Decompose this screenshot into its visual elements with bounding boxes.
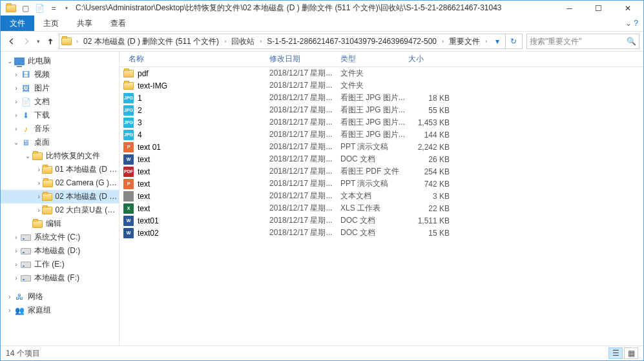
properties-icon[interactable]: ▢ bbox=[19, 2, 32, 15]
file-row[interactable]: Xtext2018/12/17 星期...XLS 工作表22 KB bbox=[119, 202, 643, 214]
tree-pictures[interactable]: ›🖼图片 bbox=[1, 81, 119, 95]
file-row[interactable]: JPG32018/12/17 星期...看图王 JPG 图片...1,453 K… bbox=[119, 116, 643, 129]
folder-icon bbox=[42, 205, 52, 216]
file-row[interactable]: JPG22018/12/17 星期...看图王 JPG 图片...55 KB bbox=[119, 104, 643, 116]
file-size: 55 KB bbox=[408, 106, 455, 115]
file-list[interactable]: pdf2018/12/17 星期...文件夹text-IMG2018/12/17… bbox=[119, 67, 643, 346]
file-name: text bbox=[138, 192, 150, 201]
tree-this-pc[interactable]: ⌄此电脑 bbox=[1, 54, 119, 68]
back-button[interactable] bbox=[5, 34, 18, 49]
breadcrumb-item[interactable]: 02 本地磁盘 (D ) 删除文件 (511 个文件) bbox=[81, 36, 222, 47]
file-type: 看图王 JPG 图片... bbox=[340, 105, 408, 116]
tree-item-selected[interactable]: ›02 本地磁盘 (D ) 删除 bbox=[1, 190, 119, 203]
file-modified: 2018/12/17 星期... bbox=[269, 105, 340, 116]
ribbon-tab-file[interactable]: 文件 bbox=[1, 15, 34, 31]
file-name: pdf bbox=[138, 69, 149, 78]
tree-drive-c[interactable]: ›系统文件 (C:) bbox=[1, 231, 119, 244]
search-icon[interactable]: 🔍 bbox=[627, 37, 636, 46]
forward-button[interactable] bbox=[19, 34, 33, 49]
titlebar: ▢ 📄 = ▾ C:\Users\Administrator\Desktop\比… bbox=[1, 1, 643, 15]
drive-icon bbox=[20, 232, 32, 243]
chevron-right-icon[interactable]: › bbox=[257, 38, 264, 45]
tree-desktop[interactable]: ⌄🖥桌面 bbox=[1, 136, 119, 149]
file-size: 1,511 KB bbox=[408, 216, 455, 225]
close-button[interactable]: ✕ bbox=[613, 1, 642, 15]
minimize-button[interactable]: ─ bbox=[555, 1, 584, 15]
chevron-right-icon[interactable]: › bbox=[74, 38, 81, 45]
up-button[interactable] bbox=[44, 34, 57, 49]
column-name[interactable]: 名称 bbox=[119, 54, 269, 65]
sidebar[interactable]: ⌄此电脑 ›🎞视频 ›🖼图片 ›📄文档 ›⬇下载 ›♪音乐 ⌄🖥桌面 ⌄比特恢复… bbox=[1, 52, 119, 346]
breadcrumb-item[interactable]: S-1-5-21-286621467-31043979-2463969472-5… bbox=[264, 37, 439, 46]
ribbon-tab-share[interactable]: 共享 bbox=[68, 15, 101, 31]
item-count: 14 个项目 bbox=[6, 348, 40, 359]
file-row[interactable]: text-IMG2018/12/17 星期...文件夹 bbox=[119, 79, 643, 92]
dropdown-icon[interactable]: ▾ bbox=[490, 34, 505, 48]
search-box[interactable]: 🔍 bbox=[526, 34, 639, 49]
chevron-right-icon[interactable]: › bbox=[483, 38, 490, 45]
file-row[interactable]: Ptext 012018/12/17 星期...PPT 演示文稿2,242 KB bbox=[119, 141, 643, 153]
doc-icon: W bbox=[123, 154, 134, 165]
tree-videos[interactable]: ›🎞视频 bbox=[1, 68, 119, 81]
chevron-right-icon[interactable]: › bbox=[439, 38, 446, 45]
tree-edit[interactable]: 编辑 bbox=[1, 217, 119, 231]
column-modified[interactable]: 修改日期 bbox=[269, 54, 340, 65]
file-modified: 2018/12/17 星期... bbox=[269, 80, 340, 91]
tree-documents[interactable]: ›📄文档 bbox=[1, 95, 119, 108]
refresh-icon[interactable]: ↻ bbox=[505, 34, 521, 48]
tree-network[interactable]: ›🖧网络 bbox=[1, 290, 119, 304]
main: 名称 修改日期 类型 大小 pdf2018/12/17 星期...文件夹text… bbox=[119, 52, 643, 346]
new-folder-icon[interactable]: 📄 bbox=[33, 2, 46, 15]
tree-item[interactable]: ›02 Camera (G ) 删除 bbox=[1, 176, 119, 190]
tree-drive-d[interactable]: ›本地磁盘 (D:) bbox=[1, 244, 119, 258]
search-input[interactable] bbox=[530, 37, 627, 46]
ribbon-tab-view[interactable]: 查看 bbox=[101, 15, 135, 31]
ribbon-expand-icon[interactable]: ⌄ ? bbox=[625, 19, 643, 28]
chevron-right-icon[interactable]: › bbox=[222, 38, 229, 45]
file-row[interactable]: pdf2018/12/17 星期...文件夹 bbox=[119, 67, 643, 79]
file-name: 3 bbox=[138, 118, 142, 127]
column-type[interactable]: 类型 bbox=[340, 54, 408, 65]
file-type: 看图王 JPG 图片... bbox=[340, 129, 408, 140]
breadcrumb-item[interactable]: 回收站 bbox=[229, 36, 257, 47]
file-row[interactable]: JPG42018/12/17 星期...看图王 JPG 图片...144 KB bbox=[119, 129, 643, 141]
breadcrumb-item[interactable]: 重要文件 bbox=[446, 36, 483, 47]
folder-icon bbox=[123, 81, 134, 91]
window-controls: ─ ☐ ✕ bbox=[555, 1, 642, 15]
column-size[interactable]: 大小 bbox=[408, 54, 453, 65]
file-size: 22 KB bbox=[408, 204, 455, 213]
qat-dropdown[interactable]: ▾ bbox=[61, 5, 72, 11]
recent-dropdown[interactable]: ▾ bbox=[34, 34, 42, 49]
ribbon-tab-home[interactable]: 主页 bbox=[34, 15, 68, 31]
maximize-button[interactable]: ☐ bbox=[584, 1, 613, 15]
jpg-icon: JPG bbox=[123, 93, 134, 103]
icons-view-button[interactable]: ▦ bbox=[624, 347, 638, 359]
file-row[interactable]: Wtext022018/12/17 星期...DOC 文档15 KB bbox=[119, 227, 643, 239]
file-name: 2 bbox=[138, 106, 142, 115]
details-view-button[interactable]: ☰ bbox=[608, 347, 623, 359]
folder-icon bbox=[32, 219, 43, 229]
tree-homegroup[interactable]: ›👥家庭组 bbox=[1, 304, 119, 317]
tree-drive-f[interactable]: ›本地磁盘 (F:) bbox=[1, 271, 119, 285]
breadcrumb[interactable]: › 02 本地磁盘 (D ) 删除文件 (511 个文件) › 回收站 › S-… bbox=[59, 34, 523, 49]
tree-downloads[interactable]: ›⬇下载 bbox=[1, 108, 119, 122]
folder-icon bbox=[61, 36, 72, 47]
file-row[interactable]: JPG12018/12/17 星期...看图王 JPG 图片...18 KB bbox=[119, 92, 643, 104]
file-row[interactable]: PDFtext2018/12/17 星期...看图王 PDF 文件254 KB bbox=[119, 165, 643, 178]
tree-drive-e[interactable]: ›工作 (E:) bbox=[1, 258, 119, 271]
txt-icon bbox=[123, 191, 134, 201]
file-name: text bbox=[138, 167, 150, 176]
document-icon: 📄 bbox=[20, 97, 32, 107]
tree-item[interactable]: ›02 大白菜U盘 (G ) 重 bbox=[1, 203, 119, 217]
tree-recovered[interactable]: ⌄比特恢复的文件 bbox=[1, 149, 119, 163]
tree-item[interactable]: ›01 本地磁盘 (D ) 删除 bbox=[1, 163, 119, 176]
file-type: 看图王 PDF 文件 bbox=[340, 166, 408, 177]
undo-icon[interactable]: = bbox=[47, 2, 60, 15]
file-row[interactable]: Wtext012018/12/17 星期...DOC 文档1,511 KB bbox=[119, 214, 643, 227]
file-row[interactable]: Ptext2018/12/17 星期...PPT 演示文稿742 KB bbox=[119, 178, 643, 190]
file-type: 文本文档 bbox=[340, 191, 408, 201]
tree-music[interactable]: ›♪音乐 bbox=[1, 122, 119, 136]
file-row[interactable]: Wtext2018/12/17 星期...DOC 文档26 KB bbox=[119, 153, 643, 165]
file-row[interactable]: text2018/12/17 星期...文本文档3 KB bbox=[119, 190, 643, 202]
file-modified: 2018/12/17 星期... bbox=[269, 227, 340, 238]
